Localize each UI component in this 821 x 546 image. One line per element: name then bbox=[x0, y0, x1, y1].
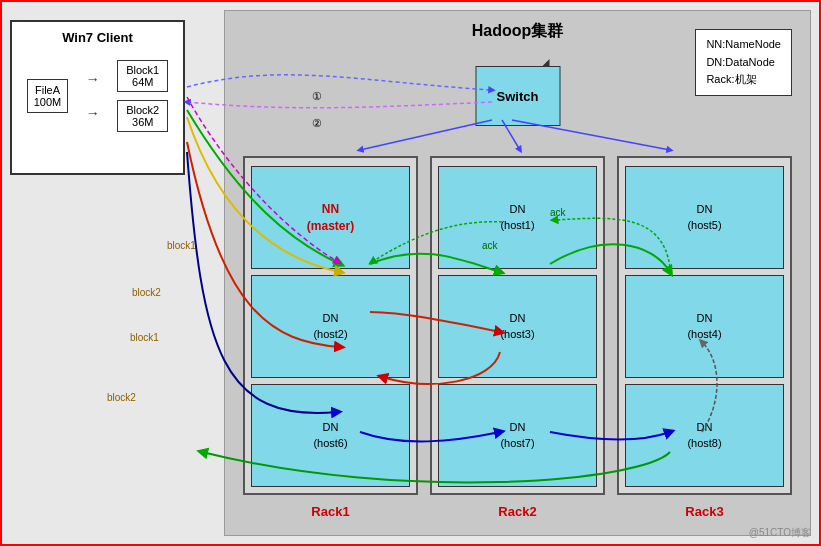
dn-host8-node: DN(host8) bbox=[625, 384, 784, 487]
dn-host6-node: DN(host6) bbox=[251, 384, 410, 487]
arrows: → → bbox=[86, 71, 100, 121]
rack2-label: Rack2 bbox=[432, 504, 603, 519]
racks-row: NN(master) DN(host2) DN(host6) Rack1 DN(… bbox=[243, 156, 792, 495]
win7-client-panel: Win7 Client FileA 100M → → Block1 64M Bl… bbox=[10, 20, 185, 175]
step2-label: ② bbox=[312, 117, 322, 130]
nn-master-node: NN(master) bbox=[251, 166, 410, 269]
dn-host7-node: DN(host7) bbox=[438, 384, 597, 487]
dn-host4-node: DN(host4) bbox=[625, 275, 784, 378]
hadoop-panel: Hadoop集群 NN:NameNode DN:DataNode Rack:机架… bbox=[224, 10, 811, 536]
rack1-label: Rack1 bbox=[245, 504, 416, 519]
blocks-container: Block1 64M Block2 36M bbox=[117, 60, 168, 132]
switch-box: Switch bbox=[475, 66, 560, 126]
block1-label-top: block1 bbox=[167, 240, 196, 251]
rack3-label: Rack3 bbox=[619, 504, 790, 519]
main-container: Win7 Client FileA 100M → → Block1 64M Bl… bbox=[0, 0, 821, 546]
step1-label: ① bbox=[312, 90, 322, 103]
block1-label-bot: block1 bbox=[130, 332, 159, 343]
dn-host5-node: DN(host5) bbox=[625, 166, 784, 269]
rack1: NN(master) DN(host2) DN(host6) Rack1 bbox=[243, 156, 418, 495]
ack2-label: ack bbox=[482, 240, 498, 251]
dn-host3-node: DN(host3) bbox=[438, 275, 597, 378]
legend-box: NN:NameNode DN:DataNode Rack:机架 bbox=[695, 29, 792, 96]
rack3: DN(host5) DN(host4) DN(host8) Rack3 bbox=[617, 156, 792, 495]
file-box: FileA 100M bbox=[27, 79, 69, 113]
watermark: @51CTO博客 bbox=[749, 526, 811, 540]
block1-box: Block1 64M bbox=[117, 60, 168, 92]
win7-title: Win7 Client bbox=[20, 30, 175, 45]
ack1-label: ack bbox=[550, 207, 566, 218]
block2-box: Block2 36M bbox=[117, 100, 168, 132]
block2-label-bot: block2 bbox=[107, 392, 136, 403]
rack2: DN(host1) DN(host3) DN(host7) Rack2 bbox=[430, 156, 605, 495]
dn-host2-node: DN(host2) bbox=[251, 275, 410, 378]
block2-label-mid: block2 bbox=[132, 287, 161, 298]
dn-host1-node: DN(host1) bbox=[438, 166, 597, 269]
